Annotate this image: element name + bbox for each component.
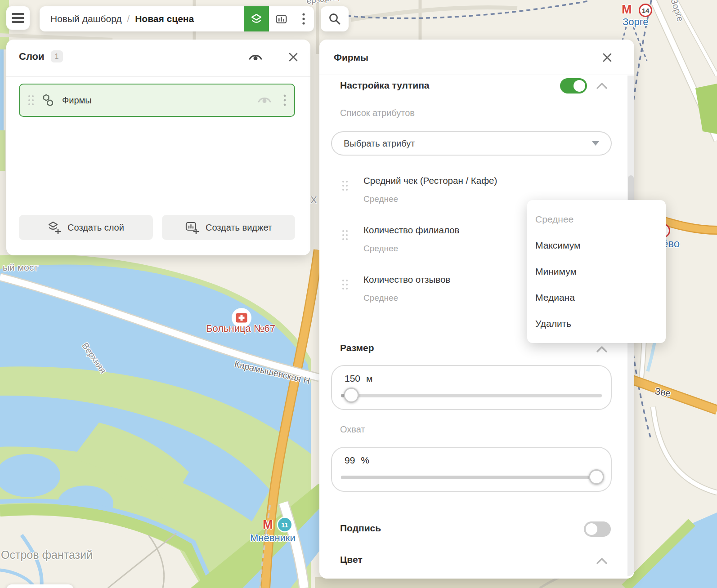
coverage-slider-box: 99 %	[331, 447, 612, 492]
tooltip-section-title: Настройка тултипа	[340, 80, 430, 91]
breadcrumb-separator: /	[127, 14, 130, 24]
map-label-hospital: Больница №67	[206, 323, 275, 334]
layers-panel-title-text: Слои	[19, 51, 45, 62]
map-label-ostrov: Остров фантазий	[1, 548, 93, 561]
attribute-aggregation[interactable]: Среднее	[363, 293, 398, 303]
search-button[interactable]	[321, 6, 349, 31]
create-widget-label: Создать виджет	[206, 223, 272, 233]
attribute-name[interactable]: Количество филиалов	[363, 225, 459, 236]
attributes-list-label: Список атрибутов	[340, 108, 415, 118]
coverage-value-unit: %	[361, 455, 369, 466]
hamburger-icon	[11, 13, 25, 23]
toggle-knob	[586, 523, 597, 535]
map-control[interactable]	[6, 584, 74, 588]
size-slider-track[interactable]	[341, 394, 602, 397]
widgets-button[interactable]	[269, 6, 293, 31]
layer-visibility-eye-icon[interactable]	[257, 95, 272, 106]
create-widget-button[interactable]: Создать виджет	[162, 215, 295, 240]
breadcrumb-current[interactable]: Новая сцена	[135, 13, 194, 24]
hide-all-layers-eye-icon[interactable]	[248, 52, 263, 63]
coverage-slider-track[interactable]	[341, 476, 602, 479]
chevron-up-icon[interactable]	[596, 82, 608, 89]
layer-name: Фирмы	[62, 95, 92, 106]
kebab-icon	[302, 13, 305, 25]
hexagons-layer-icon	[41, 94, 55, 107]
metro-m-icon-mnevniki: М	[263, 518, 273, 532]
size-slider-box: 150 м	[331, 365, 612, 410]
search-icon	[328, 12, 341, 26]
close-icon[interactable]	[288, 52, 299, 62]
attribute-aggregation[interactable]: Среднее	[363, 244, 398, 254]
coverage-value: 99 %	[345, 455, 369, 466]
size-value-number: 150	[345, 373, 360, 384]
chevron-up-icon[interactable]	[596, 345, 608, 353]
coverage-label: Охват	[340, 424, 365, 435]
chevron-up-icon[interactable]	[596, 557, 608, 565]
layers-icon	[250, 13, 263, 25]
divider	[6, 76, 310, 77]
layer-item-firms[interactable]: Фирмы	[19, 84, 295, 117]
toggle-knob	[574, 80, 585, 92]
map-label-mnevniki: Мнёвники	[250, 532, 296, 544]
create-layer-button[interactable]: Создать слой	[19, 215, 153, 240]
coverage-slider-handle[interactable]	[589, 469, 604, 485]
layer-menu-kebab-icon[interactable]	[283, 94, 286, 106]
metro-m-icon-zorge: М	[622, 3, 632, 17]
settings-panel-title: Фирмы	[334, 52, 368, 63]
create-layer-label: Создать слой	[67, 223, 124, 233]
bar-chart-icon	[275, 13, 287, 25]
breadcrumb-bar: Новый дашборд / Новая сцена	[40, 6, 314, 31]
attribute-name[interactable]: Количество отзывов	[363, 274, 450, 285]
size-value-unit: м	[366, 373, 372, 384]
size-value: 150 м	[345, 373, 372, 384]
drag-handle-icon[interactable]	[342, 180, 348, 192]
menu-item-minimum[interactable]: Минимум	[527, 258, 666, 285]
close-icon[interactable]	[602, 52, 613, 63]
attribute-select-placeholder: Выбрать атрибут	[344, 138, 415, 149]
menu-item-average[interactable]: Среднее	[527, 206, 666, 232]
map-label-bridge: ый мост	[3, 262, 38, 273]
metro-line-11-badge: 11	[278, 518, 291, 531]
menu-item-median[interactable]: Медиана	[527, 285, 666, 311]
breadcrumb-parent[interactable]: Новый дашборд	[50, 13, 122, 24]
attribute-name[interactable]: Средний чек (Ресторан / Кафе)	[363, 175, 497, 186]
main-menu-button[interactable]	[6, 6, 30, 30]
map-label-partial: Х	[310, 194, 317, 206]
layers-panel: Слои 1 Фирмы	[6, 40, 310, 255]
size-section-title: Размер	[340, 343, 374, 353]
drag-handle-icon[interactable]	[342, 229, 348, 241]
size-slider-handle[interactable]	[344, 388, 359, 403]
label-toggle[interactable]	[584, 521, 611, 537]
aggregation-menu: Среднее Максимум Минимум Медиана Удалить	[527, 200, 666, 343]
divider	[319, 75, 634, 75]
coverage-value-number: 99	[345, 455, 355, 466]
create-layer-icon	[48, 221, 61, 234]
app-root: ый мост Верхняя Х Больница №67 Карамышев…	[0, 0, 717, 588]
create-widget-icon	[185, 221, 199, 234]
color-section-title: Цвет	[340, 554, 363, 565]
layers-panel-title: Слои 1	[19, 50, 63, 62]
layers-count-badge: 1	[51, 50, 63, 62]
layers-toggle-button[interactable]	[244, 6, 269, 31]
tooltip-toggle[interactable]	[560, 78, 587, 94]
coverage-slider-fill	[341, 476, 596, 479]
menu-item-maximum[interactable]: Максимум	[527, 232, 666, 258]
metro-line-14-badge: 14	[639, 4, 652, 17]
menu-item-delete[interactable]: Удалить	[527, 311, 666, 337]
more-menu-button[interactable]	[293, 6, 314, 31]
attribute-select[interactable]: Выбрать атрибут	[331, 131, 612, 156]
label-section-title: Подпись	[340, 523, 381, 534]
attribute-aggregation[interactable]: Среднее	[363, 194, 398, 204]
drag-handle-icon[interactable]	[342, 279, 348, 290]
map-label-zorge: Зорге	[623, 16, 649, 28]
drag-handle-icon[interactable]	[28, 94, 34, 106]
chevron-down-icon	[592, 141, 599, 146]
